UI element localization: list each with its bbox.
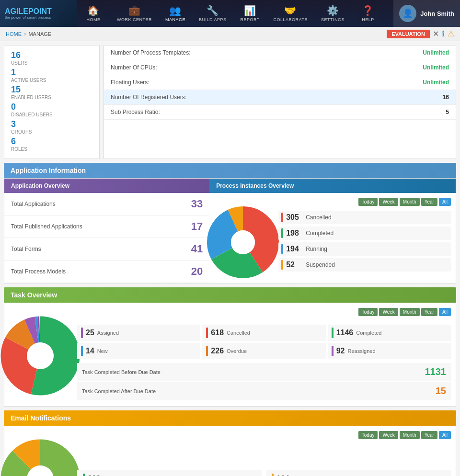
nav-manage[interactable]: 👥 MANAGE: [159, 0, 192, 27]
license-row-templates: Number Of Process Templates: Unlimited: [104, 45, 456, 60]
close-icon[interactable]: ✕: [433, 29, 439, 38]
nav-collaborate[interactable]: 🤝 COLLABORATE: [267, 0, 314, 27]
user-name: John Smith: [420, 10, 454, 17]
email-btn-week[interactable]: Week: [379, 431, 398, 439]
task-inner: Today Week Month Year All: [4, 303, 456, 407]
task-cancelled: 618 Cancelled: [202, 325, 325, 341]
warning-icon[interactable]: ⚠: [448, 29, 454, 38]
settings-icon: ⚙️: [327, 5, 339, 16]
task-completed-label: Completed: [356, 330, 381, 336]
roles-label: ROLES: [11, 147, 92, 152]
nav-workcenter[interactable]: 💼 WORK CENTER: [110, 0, 159, 27]
suspended-value: 52: [286, 261, 303, 269]
email-btn-all[interactable]: All: [439, 431, 451, 439]
app-row-models: Total Process Models 20: [4, 261, 209, 283]
email-suspended-bar: [272, 474, 274, 476]
process-overview-panel: Process Instances Overview Today Week Mo…: [209, 179, 456, 283]
license-subprocess-value: 5: [351, 105, 456, 120]
email-suspended: 114 Suspended: [266, 470, 451, 476]
process-legend: 305 Cancelled 198 Completed 194: [278, 211, 451, 274]
total-models-value: 20: [162, 261, 209, 283]
email-sent: 800 Sent: [77, 470, 262, 476]
task-grid: 25 Assigned 618 Cancelled 1146 Completed: [77, 325, 451, 359]
process-btn-month[interactable]: Month: [400, 198, 420, 206]
task-btn-all[interactable]: All: [439, 308, 451, 316]
total-apps-value: 33: [162, 193, 209, 215]
task-assigned: 25 Assigned: [77, 325, 200, 341]
task-new-value: 14: [86, 347, 94, 355]
email-btn-today[interactable]: Today: [358, 431, 378, 439]
breadcrumb-home[interactable]: HOME: [6, 31, 22, 37]
groups-value: 3: [11, 119, 92, 129]
process-btn-all[interactable]: All: [439, 198, 451, 206]
app-overview-header: Application Overview: [4, 179, 209, 193]
nav-report[interactable]: 📊 REPORT: [233, 0, 267, 27]
cancelled-value: 305: [286, 213, 303, 222]
logo: AGILEPOINT the power of smart process: [0, 0, 77, 27]
enabled-label: ENABLED USERS: [11, 95, 92, 100]
app-info-header: Application Information: [4, 163, 456, 178]
license-row-registered: Number Of Registered Users: 16: [104, 90, 456, 105]
top-nav: AGILEPOINT the power of smart process 🏠 …: [0, 0, 460, 27]
task-btn-today[interactable]: Today: [358, 308, 378, 316]
logo-sub: the power of smart process: [5, 15, 52, 20]
completed-bar: [281, 228, 283, 238]
task-btn-year[interactable]: Year: [421, 308, 437, 316]
task-time-buttons: Today Week Month Year All: [358, 308, 451, 316]
before-due-value: 1131: [425, 366, 447, 377]
process-pie-chart: [214, 214, 272, 271]
legend-completed: 198 Completed: [278, 227, 451, 240]
published-apps-label: Total Published Applications: [4, 215, 162, 238]
task-content: 25 Assigned 618 Cancelled 1146 Completed: [9, 325, 451, 401]
nav-settings[interactable]: ⚙️ SETTINGS: [314, 0, 351, 27]
task-summary: Task Completed Before Due Date 1131 Task…: [77, 363, 451, 400]
task-section: Task Overview Today Week Month Year All: [4, 287, 456, 407]
disabled-value: 0: [11, 102, 92, 112]
email-btn-month[interactable]: Month: [400, 431, 420, 439]
legend-suspended: 52 Suspended: [278, 258, 451, 272]
info-icon[interactable]: ℹ: [442, 29, 445, 38]
buildapps-icon: 🔧: [207, 5, 219, 16]
license-panel: Number Of Process Templates: Unlimited N…: [104, 45, 456, 159]
license-templates-label: Number Of Process Templates:: [104, 45, 351, 60]
task-btn-month[interactable]: Month: [400, 308, 420, 316]
nav-buildapps[interactable]: 🔧 BUILD APPS: [192, 0, 233, 27]
task-overdue-bar: [206, 346, 208, 356]
enabled-value: 15: [11, 85, 92, 95]
report-icon: 📊: [244, 5, 256, 16]
task-btn-week[interactable]: Week: [379, 308, 398, 316]
published-apps-value: 17: [162, 215, 209, 238]
running-value: 194: [286, 245, 303, 253]
task-header: Task Overview: [4, 287, 456, 303]
assigned-label: Assigned: [97, 330, 119, 336]
task-cancelled-value: 618: [211, 329, 224, 337]
active-value: 1: [11, 68, 92, 78]
email-sent-bar: [83, 474, 85, 476]
task-completed: 1146 Completed: [328, 325, 451, 341]
license-subprocess-label: Sub Process Ratio:: [104, 105, 351, 120]
nav-help[interactable]: ❓ HELP: [351, 0, 385, 27]
home-icon: 🏠: [87, 5, 100, 16]
completed-label: Completed: [306, 230, 334, 237]
nav-home[interactable]: 🏠 HOME: [77, 0, 110, 27]
license-floating-value: Unlimited: [351, 75, 456, 90]
after-due-label: Task Completed After Due Date: [82, 388, 436, 394]
email-stats: 800 Sent 114 Suspended: [77, 470, 451, 476]
task-reassigned-label: Reassigned: [347, 348, 375, 354]
license-registered-label: Number Of Registered Users:: [104, 90, 351, 105]
total-models-label: Total Process Models: [4, 261, 162, 283]
process-btn-today[interactable]: Today: [358, 198, 378, 206]
running-label: Running: [306, 246, 327, 252]
nav-items: 🏠 HOME 💼 WORK CENTER 👥 MANAGE 🔧 BUILD AP…: [77, 0, 393, 27]
license-row-subprocess: Sub Process Ratio: 5: [104, 105, 456, 120]
email-btn-year[interactable]: Year: [421, 431, 437, 439]
collaborate-icon: 🤝: [284, 5, 297, 16]
assigned-bar: [81, 328, 83, 338]
task-before-due: Task Completed Before Due Date 1131: [77, 363, 451, 381]
process-btn-year[interactable]: Year: [421, 198, 437, 206]
task-overdue-value: 226: [211, 347, 224, 355]
process-btn-week[interactable]: Week: [379, 198, 398, 206]
user-area: 👤 John Smith: [393, 0, 460, 27]
legend-running: 194 Running: [278, 242, 451, 256]
task-completed-value: 1146: [336, 329, 354, 337]
